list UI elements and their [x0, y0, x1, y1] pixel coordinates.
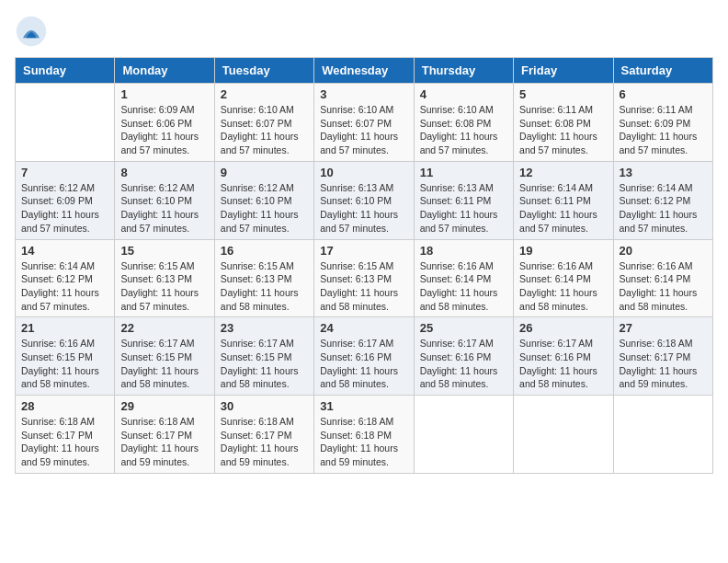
day-info: Sunrise: 6:17 AM Sunset: 6:16 PM Dayligh…	[519, 337, 607, 391]
logo	[15, 15, 51, 48]
calendar-empty-cell	[414, 396, 513, 474]
calendar-header-row: SundayMondayTuesdayWednesdayThursdayFrid…	[16, 58, 713, 84]
day-number: 9	[221, 166, 308, 179]
day-info: Sunrise: 6:17 AM Sunset: 6:16 PM Dayligh…	[320, 337, 407, 391]
day-number: 19	[519, 244, 607, 258]
day-number: 22	[120, 321, 208, 335]
calendar-day-cell: 7Sunrise: 6:12 AM Sunset: 6:09 PM Daylig…	[16, 161, 115, 239]
calendar-day-cell: 12Sunrise: 6:14 AM Sunset: 6:11 PM Dayli…	[514, 161, 613, 239]
day-info: Sunrise: 6:17 AM Sunset: 6:16 PM Dayligh…	[420, 337, 507, 391]
day-of-week-header: Sunday	[16, 58, 115, 84]
day-number: 2	[221, 87, 308, 101]
day-number: 11	[420, 166, 507, 179]
calendar-day-cell: 13Sunrise: 6:14 AM Sunset: 6:12 PM Dayli…	[613, 161, 712, 239]
day-info: Sunrise: 6:12 AM Sunset: 6:09 PM Dayligh…	[21, 181, 108, 236]
calendar-empty-cell	[16, 84, 115, 162]
day-info: Sunrise: 6:13 AM Sunset: 6:11 PM Dayligh…	[420, 181, 507, 236]
calendar-empty-cell	[613, 396, 712, 474]
day-info: Sunrise: 6:12 AM Sunset: 6:10 PM Dayligh…	[120, 181, 208, 236]
day-info: Sunrise: 6:17 AM Sunset: 6:15 PM Dayligh…	[221, 337, 308, 391]
calendar-day-cell: 5Sunrise: 6:11 AM Sunset: 6:08 PM Daylig…	[514, 84, 613, 162]
day-number: 21	[21, 321, 108, 335]
page-header	[15, 15, 713, 48]
day-info: Sunrise: 6:16 AM Sunset: 6:14 PM Dayligh…	[420, 259, 507, 314]
calendar-day-cell: 30Sunrise: 6:18 AM Sunset: 6:17 PM Dayli…	[214, 396, 313, 474]
day-info: Sunrise: 6:15 AM Sunset: 6:13 PM Dayligh…	[221, 259, 308, 314]
calendar-day-cell: 28Sunrise: 6:18 AM Sunset: 6:17 PM Dayli…	[16, 396, 115, 474]
day-number: 31	[320, 399, 407, 413]
day-number: 16	[221, 244, 308, 258]
day-number: 3	[320, 87, 407, 101]
day-number: 10	[320, 166, 407, 179]
day-info: Sunrise: 6:11 AM Sunset: 6:09 PM Dayligh…	[620, 103, 707, 157]
day-number: 14	[21, 244, 108, 258]
calendar-day-cell: 10Sunrise: 6:13 AM Sunset: 6:10 PM Dayli…	[314, 161, 414, 239]
calendar-empty-cell	[514, 396, 613, 474]
day-info: Sunrise: 6:11 AM Sunset: 6:08 PM Dayligh…	[519, 103, 607, 157]
day-info: Sunrise: 6:18 AM Sunset: 6:17 PM Dayligh…	[221, 415, 308, 469]
day-of-week-header: Saturday	[613, 58, 712, 84]
calendar-day-cell: 4Sunrise: 6:10 AM Sunset: 6:08 PM Daylig…	[414, 84, 513, 162]
day-info: Sunrise: 6:16 AM Sunset: 6:14 PM Dayligh…	[519, 259, 607, 314]
calendar-day-cell: 15Sunrise: 6:15 AM Sunset: 6:13 PM Dayli…	[115, 239, 214, 317]
day-info: Sunrise: 6:17 AM Sunset: 6:15 PM Dayligh…	[120, 337, 208, 391]
day-of-week-header: Wednesday	[314, 58, 414, 84]
day-info: Sunrise: 6:10 AM Sunset: 6:07 PM Dayligh…	[320, 103, 407, 157]
day-info: Sunrise: 6:10 AM Sunset: 6:08 PM Dayligh…	[420, 103, 507, 157]
calendar-day-cell: 14Sunrise: 6:14 AM Sunset: 6:12 PM Dayli…	[16, 239, 115, 317]
day-number: 20	[620, 244, 707, 258]
day-number: 15	[120, 244, 208, 258]
day-info: Sunrise: 6:14 AM Sunset: 6:12 PM Dayligh…	[620, 181, 707, 236]
day-number: 29	[120, 399, 208, 413]
day-info: Sunrise: 6:12 AM Sunset: 6:10 PM Dayligh…	[221, 181, 308, 236]
calendar-day-cell: 1Sunrise: 6:09 AM Sunset: 6:06 PM Daylig…	[115, 84, 214, 162]
calendar-day-cell: 16Sunrise: 6:15 AM Sunset: 6:13 PM Dayli…	[214, 239, 313, 317]
day-info: Sunrise: 6:16 AM Sunset: 6:14 PM Dayligh…	[620, 259, 707, 314]
calendar-day-cell: 17Sunrise: 6:15 AM Sunset: 6:13 PM Dayli…	[314, 239, 414, 317]
calendar-day-cell: 21Sunrise: 6:16 AM Sunset: 6:15 PM Dayli…	[16, 317, 115, 396]
calendar-day-cell: 2Sunrise: 6:10 AM Sunset: 6:07 PM Daylig…	[214, 84, 313, 162]
day-info: Sunrise: 6:15 AM Sunset: 6:13 PM Dayligh…	[120, 259, 208, 314]
calendar-day-cell: 20Sunrise: 6:16 AM Sunset: 6:14 PM Dayli…	[613, 239, 712, 317]
calendar-day-cell: 23Sunrise: 6:17 AM Sunset: 6:15 PM Dayli…	[214, 317, 313, 396]
day-number: 18	[420, 244, 507, 258]
day-of-week-header: Monday	[115, 58, 214, 84]
day-info: Sunrise: 6:16 AM Sunset: 6:15 PM Dayligh…	[21, 337, 108, 391]
calendar-day-cell: 26Sunrise: 6:17 AM Sunset: 6:16 PM Dayli…	[514, 317, 613, 396]
day-number: 6	[620, 87, 707, 101]
calendar-day-cell: 11Sunrise: 6:13 AM Sunset: 6:11 PM Dayli…	[414, 161, 513, 239]
day-number: 30	[221, 399, 308, 413]
day-number: 24	[320, 321, 407, 335]
day-of-week-header: Friday	[514, 58, 613, 84]
day-info: Sunrise: 6:18 AM Sunset: 6:18 PM Dayligh…	[320, 415, 407, 469]
calendar-table: SundayMondayTuesdayWednesdayThursdayFrid…	[15, 57, 713, 474]
calendar-day-cell: 24Sunrise: 6:17 AM Sunset: 6:16 PM Dayli…	[314, 317, 414, 396]
calendar-day-cell: 31Sunrise: 6:18 AM Sunset: 6:18 PM Dayli…	[314, 396, 414, 474]
calendar-week-row: 14Sunrise: 6:14 AM Sunset: 6:12 PM Dayli…	[16, 239, 713, 317]
calendar-day-cell: 6Sunrise: 6:11 AM Sunset: 6:09 PM Daylig…	[613, 84, 712, 162]
day-number: 17	[320, 244, 407, 258]
day-info: Sunrise: 6:18 AM Sunset: 6:17 PM Dayligh…	[120, 415, 208, 469]
calendar-day-cell: 19Sunrise: 6:16 AM Sunset: 6:14 PM Dayli…	[514, 239, 613, 317]
calendar-day-cell: 25Sunrise: 6:17 AM Sunset: 6:16 PM Dayli…	[414, 317, 513, 396]
calendar-day-cell: 18Sunrise: 6:16 AM Sunset: 6:14 PM Dayli…	[414, 239, 513, 317]
day-info: Sunrise: 6:15 AM Sunset: 6:13 PM Dayligh…	[320, 259, 407, 314]
day-number: 23	[221, 321, 308, 335]
calendar-week-row: 7Sunrise: 6:12 AM Sunset: 6:09 PM Daylig…	[16, 161, 713, 239]
calendar-day-cell: 8Sunrise: 6:12 AM Sunset: 6:10 PM Daylig…	[115, 161, 214, 239]
day-info: Sunrise: 6:14 AM Sunset: 6:11 PM Dayligh…	[519, 181, 607, 236]
day-of-week-header: Thursday	[414, 58, 513, 84]
day-number: 13	[620, 166, 707, 179]
calendar-week-row: 1Sunrise: 6:09 AM Sunset: 6:06 PM Daylig…	[16, 84, 713, 162]
day-number: 5	[519, 87, 607, 101]
day-of-week-header: Tuesday	[214, 58, 313, 84]
day-info: Sunrise: 6:18 AM Sunset: 6:17 PM Dayligh…	[620, 337, 707, 391]
day-number: 8	[120, 166, 208, 179]
day-number: 1	[120, 87, 208, 101]
calendar-day-cell: 22Sunrise: 6:17 AM Sunset: 6:15 PM Dayli…	[115, 317, 214, 396]
calendar-week-row: 28Sunrise: 6:18 AM Sunset: 6:17 PM Dayli…	[16, 396, 713, 474]
calendar-day-cell: 3Sunrise: 6:10 AM Sunset: 6:07 PM Daylig…	[314, 84, 414, 162]
day-number: 4	[420, 87, 507, 101]
day-info: Sunrise: 6:10 AM Sunset: 6:07 PM Dayligh…	[221, 103, 308, 157]
calendar-day-cell: 9Sunrise: 6:12 AM Sunset: 6:10 PM Daylig…	[214, 161, 313, 239]
